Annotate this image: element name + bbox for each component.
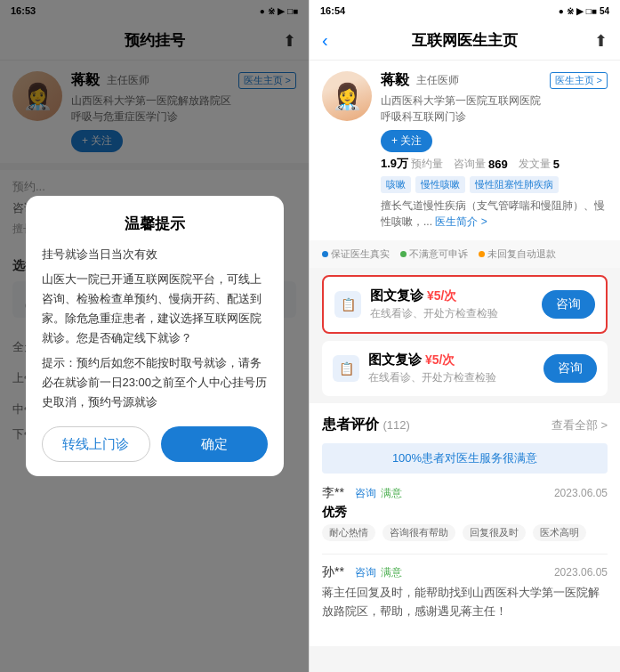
trust-item-0: 保证医生真实 <box>322 247 390 261</box>
trust-text-0: 保证医生真实 <box>331 247 390 261</box>
consult-icon-0: 📋 <box>334 291 361 318</box>
trust-item-1: 不满意可申诉 <box>400 247 468 261</box>
satisfaction-bar: 100%患者对医生服务很满意 <box>322 443 608 474</box>
reviews-header: 患者评价 (112) 查看全部 > <box>322 416 608 434</box>
consult-label-text: 咨询量 <box>454 157 486 172</box>
divider-review <box>322 554 608 555</box>
tags-row: 咳嗽 慢性咳嗽 慢性阻塞性肺疾病 <box>381 176 608 193</box>
review-status-0: 满意 <box>381 487 402 499</box>
trust-dot-0 <box>322 251 328 257</box>
consult-info-1: 图文复诊 ¥5/次 在线看诊、开处方检查检验 <box>368 352 544 385</box>
posts-label-text: 发文量 <box>519 157 551 172</box>
switch-to-online-btn[interactable]: 转线上门诊 <box>42 426 150 462</box>
reviewer-info-0: 李** 咨询 满意 <box>322 484 402 501</box>
trust-dot-1 <box>400 251 407 257</box>
modal-overlay: 温馨提示 挂号就诊当日当次有效 山医大一院已开通互联网医院平台，可线上咨询、检验… <box>0 0 309 672</box>
stats-row: 1.9万 预约量 咨询量 869 发文量 5 <box>381 156 608 172</box>
tag-1: 慢性咳嗽 <box>415 176 465 193</box>
consult-name-row-1: 图文复诊 ¥5/次 <box>368 352 544 368</box>
consult-name-row-0: 图文复诊 ¥5/次 <box>370 287 542 304</box>
posts-stat: 发文量 5 <box>519 156 560 172</box>
trust-text-2: 未回复自动退款 <box>487 247 556 261</box>
right-time: 16:54 <box>320 5 345 16</box>
consult-stat: 咨询量 869 <box>454 156 508 172</box>
consult-card-highlighted: 📋 图文复诊 ¥5/次 在线看诊、开处方检查检验 咨询 <box>322 275 608 334</box>
tag-2: 慢性阻塞性肺疾病 <box>470 176 559 193</box>
review-type-0: 咨询 <box>355 487 376 499</box>
review-header-0: 李** 咨询 满意 2023.06.05 <box>322 484 608 501</box>
right-header-title: 互联网医生主页 <box>412 30 518 51</box>
back-btn[interactable]: ‹ <box>322 30 328 51</box>
right-header: ‹ 互联网医生主页 ⬆ <box>310 21 620 61</box>
reviews-section: 患者评价 (112) 查看全部 > 100%患者对医生服务很满意 李** 咨询 … <box>310 403 620 646</box>
doctor-homepage-btn-right[interactable]: 医生主页 > <box>550 72 608 89</box>
reviews-count: (112) <box>382 418 409 432</box>
reviewer-name-1: 孙** <box>322 564 344 579</box>
review-tags-0: 耐心热情 咨询很有帮助 回复很及时 医术高明 <box>322 524 608 541</box>
consult-name-1: 图文复诊 <box>368 352 422 368</box>
review-tag-03: 医术高明 <box>533 524 586 541</box>
consult-name-0: 图文复诊 <box>370 287 423 304</box>
doctor-info-right: 蒋毅 主任医师 医生主页 > 山西医科大学第一医院互联网医院 呼吸科互联网门诊 … <box>381 71 608 230</box>
specialty-text: 擅长气道慢性疾病（支气管哮喘和慢阻肺）、慢性咳嗽，... 医生简介 > <box>381 198 608 230</box>
review-status-1: 满意 <box>381 566 402 579</box>
trust-text-1: 不满意可申诉 <box>409 247 468 261</box>
right-status-bar: 16:54 ● ※ ▶ □■ 54 <box>310 0 620 21</box>
right-scroll-content: 👩‍⚕️ 蒋毅 主任医师 医生主页 > 山西医科大学第一医院互联网医院 呼吸科互… <box>310 61 620 672</box>
confirm-btn[interactable]: 确定 <box>161 426 268 462</box>
modal-box: 温馨提示 挂号就诊当日当次有效 山医大一院已开通互联网医院平台，可线上咨询、检验… <box>26 196 284 477</box>
review-content-1: 蒋主任回复及时，能帮助找到山西医科大学第一医院解放路院区，帮助，感谢遇见蒋主任！ <box>322 584 608 621</box>
doctor-intro-link[interactable]: 医生简介 > <box>435 215 487 228</box>
consult-info-0: 图文复诊 ¥5/次 在线看诊、开处方检查检验 <box>370 287 542 321</box>
doctor-hospital-right: 山西医科大学第一医院互联网医院 <box>381 93 608 109</box>
modal-buttons: 转线上门诊 确定 <box>42 426 268 462</box>
view-all-link[interactable]: 查看全部 > <box>552 417 608 433</box>
doctor-title-right: 主任医师 <box>416 73 459 88</box>
posts-value: 5 <box>553 158 560 171</box>
consult-value: 869 <box>488 158 508 171</box>
appt-label: 预约量 <box>411 157 443 172</box>
modal-title: 温馨提示 <box>42 214 268 234</box>
doctor-dept-right: 呼吸科互联网门诊 <box>381 109 608 125</box>
consult-btn-0[interactable]: 咨询 <box>542 290 595 319</box>
doctor-card-right: 👩‍⚕️ 蒋毅 主任医师 医生主页 > 山西医科大学第一医院互联网医院 呼吸科互… <box>310 61 620 240</box>
review-tag-01: 咨询很有帮助 <box>382 524 455 541</box>
consult-card-regular: 📋 图文复诊 ¥5/次 在线看诊、开处方检查检验 咨询 <box>322 341 608 396</box>
doctor-name-row-right: 蒋毅 主任医师 医生主页 > <box>381 71 608 90</box>
doctor-name-right: 蒋毅 <box>381 71 409 90</box>
review-item-1: 孙** 咨询 满意 2023.06.05 蒋主任回复及时，能帮助找到山西医科大学… <box>322 563 608 621</box>
avatar-right: 👩‍⚕️ <box>322 71 372 121</box>
modal-line-3: 提示：预约后如您不能按时取号就诊，请务必在就诊前一日23:00之前至个人中心挂号… <box>42 353 268 412</box>
review-date-1: 2023.06.05 <box>554 566 608 579</box>
modal-line-1: 挂号就诊当日当次有效 <box>42 245 268 264</box>
trust-item-2: 未回复自动退款 <box>479 247 556 261</box>
modal-content: 挂号就诊当日当次有效 山医大一院已开通互联网医院平台，可线上咨询、检验检查单预约… <box>42 245 268 413</box>
right-share-icon[interactable]: ⬆ <box>594 31 608 51</box>
review-date-0: 2023.06.05 <box>554 487 608 499</box>
modal-line-2: 山医大一院已开通互联网医院平台，可线上咨询、检验检查单预约、慢病开药、配送到家。… <box>42 270 268 348</box>
consult-price-0: ¥5/次 <box>427 288 456 304</box>
review-item-0: 李** 咨询 满意 2023.06.05 优秀 耐心热情 咨询很有帮助 回复很及… <box>322 484 608 541</box>
reviewer-name-0: 李** <box>322 485 344 499</box>
review-tag-00: 耐心热情 <box>322 524 375 541</box>
review-rating-0: 优秀 <box>322 505 608 521</box>
appt-value: 1.9万 <box>381 156 408 172</box>
appt-stat: 1.9万 预约量 <box>381 156 443 172</box>
review-header-1: 孙** 咨询 满意 2023.06.05 <box>322 563 608 580</box>
reviews-title: 患者评价 <box>322 417 379 432</box>
reviews-title-group: 患者评价 (112) <box>322 416 410 434</box>
consult-price-1: ¥5/次 <box>425 352 455 368</box>
consult-desc-1: 在线看诊、开处方检查检验 <box>368 370 544 385</box>
trust-dot-2 <box>479 251 485 257</box>
left-phone: 16:53 ● ※ ▶ □■ 预约挂号 ⬆ 👩‍⚕️ 蒋毅 主任医师 医生主页 … <box>0 0 310 672</box>
follow-btn-right[interactable]: + 关注 <box>381 130 432 152</box>
review-tag-02: 回复很及时 <box>463 524 526 541</box>
consult-btn-1[interactable]: 咨询 <box>544 354 597 383</box>
tag-0: 咳嗽 <box>381 176 411 193</box>
right-phone: 16:54 ● ※ ▶ □■ 54 ‹ 互联网医生主页 ⬆ 👩‍⚕️ 蒋毅 主任… <box>310 0 620 672</box>
trust-bar: 保证医生真实 不满意可申诉 未回复自动退款 <box>310 240 620 268</box>
review-type-1: 咨询 <box>355 566 376 579</box>
consult-desc-0: 在线看诊、开处方检查检验 <box>370 306 542 321</box>
reviewer-info-1: 孙** 咨询 满意 <box>322 563 402 580</box>
consult-icon-1: 📋 <box>333 355 359 382</box>
